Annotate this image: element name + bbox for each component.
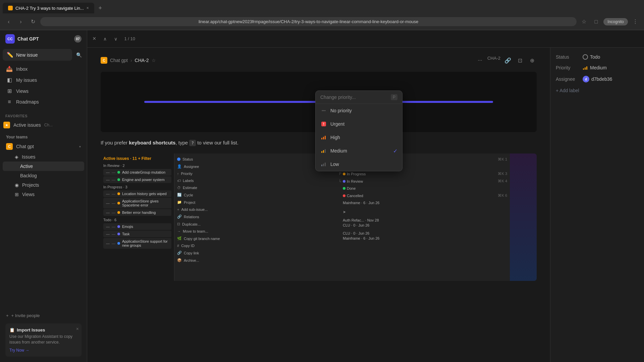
- priority-search-shortcut: P: [391, 94, 397, 100]
- team-chat-gpt[interactable]: C Chat gpt ▾: [3, 141, 84, 152]
- right-panel: Status Todo Priority Medium: [550, 48, 644, 362]
- tab-active[interactable]: CHA-2 Try 3 ways to navigate Lin... ×: [3, 3, 94, 13]
- breadcrumb-actions: ··· CHA-2 🔗 ⊡ ⊕: [475, 56, 537, 65]
- search-button[interactable]: 🔍: [73, 50, 84, 60]
- favorite-icon: ★: [3, 122, 10, 128]
- breadcrumb-issue-id: CHA-2: [135, 58, 149, 63]
- my-issues-icon: ◧: [6, 77, 13, 83]
- favorite-active-issues[interactable]: ★ Active issues Ch...: [0, 119, 87, 131]
- priority-option-low[interactable]: Low: [316, 158, 402, 171]
- low-label: Low: [330, 162, 339, 167]
- svg-point-3: [322, 110, 323, 111]
- priority-option-medium[interactable]: Medium ✓: [316, 144, 402, 158]
- body-shortcut-hint: ?: [189, 140, 196, 146]
- import-link-button[interactable]: Try Now →: [9, 348, 77, 353]
- star-button[interactable]: ☆: [579, 17, 589, 26]
- status-value[interactable]: Todo: [583, 54, 600, 60]
- sidebar-item-inbox[interactable]: 📥 Inbox: [3, 63, 84, 74]
- priority-bars-icon: [583, 65, 588, 70]
- views-team-label: Views: [22, 192, 35, 197]
- link-button[interactable]: 🔗: [503, 56, 513, 65]
- sidebar-item-my-issues[interactable]: ◧ My issues: [3, 74, 84, 85]
- sidebar-item-views-team[interactable]: ⊞ Views: [3, 190, 84, 199]
- reload-button[interactable]: ↻: [28, 17, 38, 26]
- incognito-button[interactable]: Incognito: [603, 18, 628, 25]
- assignee-label: Assignee: [556, 76, 579, 82]
- add-label-button[interactable]: + Add label: [556, 88, 639, 93]
- svg-rect-2: [586, 66, 587, 70]
- no-priority-label: No priority: [330, 108, 352, 113]
- forward-button[interactable]: ›: [16, 17, 25, 26]
- status-row: Status Todo: [556, 54, 639, 60]
- address-bar[interactable]: linear.app/chat-gptnew2023frmpage/issue/…: [40, 17, 577, 26]
- issue-id-header: CHA-2: [487, 56, 500, 65]
- nav-up-button[interactable]: ∧: [100, 34, 110, 44]
- favorite-suffix: Ch...: [44, 123, 53, 127]
- favorite-label: Active issues: [13, 122, 41, 128]
- priority-row: Priority Medium: [556, 65, 639, 70]
- nav-arrows: ∧ ∨: [100, 34, 120, 44]
- team-icon: C: [6, 143, 13, 150]
- back-button[interactable]: ‹: [4, 17, 13, 26]
- nav-down-button[interactable]: ∨: [111, 34, 120, 44]
- issue-screenshot: Active issues · 11 + Filter In Review · …: [101, 154, 537, 281]
- priority-value[interactable]: Medium: [583, 65, 607, 70]
- sidebar-header: CC Chat GPT 07: [0, 30, 87, 48]
- tab-bar: CHA-2 Try 3 ways to navigate Lin... × +: [0, 0, 644, 13]
- issues-label: Issues: [22, 154, 35, 160]
- sidebar-item-roadmaps[interactable]: ≡ Roadmaps: [3, 97, 84, 107]
- nav-icons: ☆ □ Incognito ⋮: [579, 17, 640, 26]
- duplicate-button[interactable]: ⊡: [515, 56, 525, 65]
- sidebar-teams: Your teams C Chat gpt ▾ ◈ Issues Active …: [0, 131, 87, 200]
- sidebar-actions: ✏️ New issue 🔍: [0, 48, 87, 62]
- sidebar-bottom: + + Invite people × 📋 Import Issues Use …: [0, 308, 87, 362]
- new-issue-label: New issue: [16, 52, 38, 58]
- sidebar-item-my-issues-label: My issues: [16, 77, 37, 83]
- assignee-row: Assignee d d7bdeb36: [556, 76, 639, 82]
- priority-option-urgent[interactable]: ! Urgent: [316, 117, 402, 131]
- backlog-label: Backlog: [20, 173, 37, 178]
- projects-label: Projects: [22, 182, 39, 188]
- priority-option-no-priority[interactable]: No priority: [316, 104, 402, 117]
- body-text-bold: keyboard shortcuts: [129, 140, 175, 145]
- body-text-part2: , type: [175, 140, 189, 145]
- breadcrumb: C Chat gpt › CHA-2 ☆ ··· CHA-2 🔗 ⊡ ⊕: [101, 56, 537, 65]
- svg-text:!: !: [323, 122, 324, 126]
- active-label: Active: [20, 164, 33, 169]
- favorites-section-label: Favorites: [0, 109, 87, 119]
- more-options-button[interactable]: ···: [475, 56, 485, 65]
- inbox-icon: 📥: [6, 66, 13, 72]
- new-tab-button[interactable]: +: [96, 3, 105, 13]
- body-text-part1: If you prefer: [101, 140, 129, 145]
- sidebar-item-issues[interactable]: ◈ Issues: [3, 152, 84, 162]
- sidebar-item-projects[interactable]: ◉ Projects: [3, 180, 84, 190]
- breadcrumb-star-icon[interactable]: ☆: [152, 58, 156, 63]
- priority-option-high[interactable]: High: [316, 131, 402, 144]
- issue-close-button[interactable]: ×: [93, 35, 96, 42]
- import-close-button[interactable]: ×: [76, 326, 79, 331]
- priority-check-icon: ✓: [393, 148, 397, 154]
- sidebar-item-active[interactable]: Active: [3, 162, 84, 171]
- extensions-button[interactable]: □: [591, 17, 601, 26]
- assignee-value[interactable]: d d7bdeb36: [583, 76, 612, 82]
- tab-close-button[interactable]: ×: [87, 6, 89, 10]
- medium-icon: [320, 147, 327, 154]
- nav-bar: ‹ › ↻ linear.app/chat-gptnew2023frmpage/…: [0, 13, 644, 30]
- low-icon: [320, 161, 327, 168]
- screenshot-inner: Active issues · 11 + Filter In Review · …: [101, 154, 537, 281]
- workspace-initials: CC: [7, 37, 13, 41]
- new-issue-button[interactable]: ✏️ New issue: [3, 49, 72, 61]
- sidebar-item-views[interactable]: ⊞ Views: [3, 85, 84, 97]
- main-content: × ∧ ∨ 1 / 10 C Chat gpt › CHA-2 ☆ ···: [87, 30, 644, 362]
- archive-button[interactable]: ⊕: [527, 56, 537, 65]
- invite-icon: +: [6, 313, 9, 318]
- views-icon: ⊞: [6, 88, 13, 94]
- more-button[interactable]: ⋮: [631, 17, 640, 26]
- breadcrumb-team[interactable]: Chat gpt: [110, 58, 128, 63]
- import-description: Use our Migration Assistant to copy issu…: [9, 334, 77, 345]
- sidebar-item-backlog[interactable]: Backlog: [3, 171, 84, 180]
- priority-search-input[interactable]: [320, 95, 388, 100]
- priority-text: Medium: [590, 65, 607, 70]
- invite-people-button[interactable]: + + Invite people: [3, 310, 84, 321]
- team-name: Chat gpt: [16, 144, 76, 149]
